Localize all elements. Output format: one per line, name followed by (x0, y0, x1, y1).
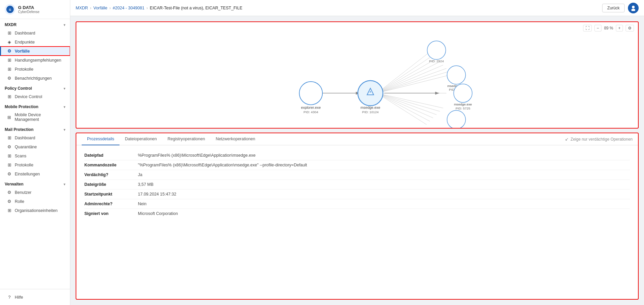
graph-panel: ⛶ − 89 % + ⚙ (76, 21, 639, 129)
node-pid2924[interactable]: PID: 2924 (427, 41, 446, 63)
graph-settings-button[interactable]: ⚙ (626, 25, 634, 31)
svg-text:G: G (9, 8, 11, 11)
mdm-icon: ⊞ (7, 115, 12, 120)
notifications-icon: ⚙ (7, 76, 12, 81)
app-name: G DATA (18, 5, 39, 10)
org-units-icon: ⊞ (7, 208, 12, 213)
scans-icon: ⊞ (7, 153, 12, 158)
tabs-filter: ↙ Zeige nur verdächtige Operationen (565, 137, 633, 142)
node-explorer[interactable]: explorer.exe PID: 4304 (299, 82, 322, 114)
detail-value-dateigroesse: 3,57 MB (138, 182, 154, 187)
endpoints-icon: ◈ (7, 40, 12, 45)
detail-row: Adminrechte? Nein (84, 199, 630, 209)
svg-text:explorer.exe: explorer.exe (301, 105, 321, 109)
chevron-down-icon: ▾ (64, 87, 65, 90)
chevron-down-icon: ▾ (64, 23, 65, 27)
user-avatar[interactable] (628, 3, 639, 13)
sidebar-item-benutzer[interactable]: ⚙ Benutzer (0, 188, 70, 197)
sidebar-section-verwalten-header[interactable]: Verwalten ▾ (0, 178, 70, 188)
users-icon: ⚙ (7, 190, 12, 195)
graph-zoom-out-button[interactable]: − (594, 25, 601, 31)
sidebar-item-hilfe[interactable]: ? Hilfe (0, 293, 70, 302)
node-msedge-5725[interactable]: msedge.exe PID: 5725 (454, 84, 472, 110)
sidebar-item-scans[interactable]: ⊞ Scans (0, 151, 70, 160)
node-msedge-main[interactable]: ▲ msedge.exe PID: 10124 (358, 81, 383, 114)
breadcrumb-vorfaelle[interactable]: Vorfälle (93, 6, 107, 10)
svg-text:PID: 2924: PID: 2924 (429, 59, 444, 63)
detail-panel: Prozessdetails Dateioperationen Registry… (76, 133, 639, 300)
sidebar-item-quarantaene[interactable]: ⚙ Quarantäne (0, 142, 70, 151)
sidebar-section-policy-header[interactable]: Policy Control ▾ (0, 83, 70, 92)
sidebar-section-mobile-label: Mobile Protection (5, 104, 38, 109)
mail-logs-icon: ⊞ (7, 162, 12, 167)
sidebar-section-mobile-header[interactable]: Mobile Protection ▾ (0, 101, 70, 110)
svg-point-32 (447, 66, 466, 84)
tabs-bar: Prozessdetails Dateioperationen Registry… (76, 133, 638, 145)
sidebar-item-mail-dashboard-label: Dashboard (15, 136, 35, 140)
topbar-right: Zurück (602, 3, 639, 13)
sidebar-item-rolle-label: Rolle (15, 199, 24, 204)
sidebar-item-hilfe-label: Hilfe (15, 295, 23, 300)
quarantine-icon: ⚙ (7, 144, 12, 149)
breadcrumb-incident-id[interactable]: #2024 - 3049081 (113, 6, 145, 10)
chevron-down-icon: ▾ (64, 182, 65, 186)
detail-value-kommandozeile: "%ProgramFiles% (x86)\Microsoft\Edge\App… (138, 163, 307, 167)
sidebar-item-mail-dashboard[interactable]: ⊞ Dashboard (0, 133, 70, 142)
tab-prozessdetails[interactable]: Prozessdetails (82, 133, 119, 145)
detail-row: Dateipfad %ProgramFiles% (x86)\Microsoft… (84, 151, 630, 160)
sidebar-item-endpunkte-label: Endpunkte (15, 40, 35, 45)
sidebar-item-protokolle[interactable]: ⊞ Protokolle (0, 65, 70, 74)
sidebar-section-policy-label: Policy Control (5, 86, 32, 91)
svg-point-35 (454, 84, 472, 102)
sidebar-section-mxdr-header[interactable]: MXDR ▾ (0, 19, 70, 28)
detail-label-dateigroesse: Dateigröße (84, 182, 138, 187)
sidebar-item-device-control[interactable]: ⊞ Device Control (0, 92, 70, 101)
sidebar-item-organisationseinheiten[interactable]: ⊞ Organisationseinheiten (0, 206, 70, 215)
sidebar-item-endpunkte[interactable]: ◈ Endpunkte (0, 37, 70, 47)
svg-line-4 (377, 52, 430, 93)
sidebar-item-einstellungen[interactable]: ⚙ Einstellungen (0, 169, 70, 178)
detail-label-adminrechte: Adminrechte? (84, 202, 138, 206)
sidebar-item-dashboard[interactable]: ⊞ Dashboard (0, 28, 70, 37)
tab-dateioperationen[interactable]: Dateioperationen (119, 133, 162, 145)
sidebar-section-mobile-protection: Mobile Protection ▾ ⊞ Mobile Device Mana… (0, 101, 70, 124)
svg-point-22 (299, 82, 322, 105)
sidebar-item-rolle[interactable]: ⚙ Rolle (0, 197, 70, 206)
help-icon: ? (7, 295, 12, 300)
sidebar-item-benachrichtigungen-label: Benachrichtigungen (15, 76, 52, 81)
sidebar-section-mail-header[interactable]: Mail Protection ▾ (0, 124, 70, 133)
svg-text:msedge.exe: msedge.exe (360, 105, 380, 109)
detail-value-dateipfad: %ProgramFiles% (x86)\Microsoft\Edge\Appl… (138, 153, 256, 158)
svg-line-13 (377, 93, 443, 108)
svg-line-14 (377, 93, 440, 111)
detail-label-startzeitpunkt: Startzeitpunkt (84, 192, 138, 197)
detail-label-kommandozeile: Kommandozeile (84, 163, 138, 167)
graph-fit-button[interactable]: ⛶ (583, 25, 592, 31)
sidebar-item-handlungsempfehlungen[interactable]: ⊞ Handlungsempfehlungen (0, 56, 70, 65)
sidebar-item-benachrichtigungen[interactable]: ⚙ Benachrichtigungen (0, 74, 70, 83)
svg-line-10 (377, 72, 448, 93)
svg-line-6 (377, 59, 436, 93)
detail-row: Dateigröße 3,57 MB (84, 180, 630, 189)
sidebar-item-mail-protokolle[interactable]: ⊞ Protokolle (0, 160, 70, 169)
graph-zoom-in-button[interactable]: + (616, 25, 623, 31)
breadcrumb-mxdr[interactable]: MXDR (76, 6, 88, 10)
back-button[interactable]: Zurück (602, 4, 625, 12)
content-area: ⛶ − 89 % + ⚙ (70, 16, 644, 305)
sidebar-item-device-control-label: Device Control (15, 94, 42, 99)
tab-registryoperationen[interactable]: Registryoperationen (162, 133, 211, 145)
detail-row: Signiert von Microsoft Corporation (84, 209, 630, 218)
sidebar-item-quarantaene-label: Quarantäne (15, 145, 37, 149)
sidebar-section-verwalten: Verwalten ▾ ⚙ Benutzer ⚙ Rolle ⊞ Organis… (0, 178, 70, 215)
sidebar-item-vorfaelle[interactable]: ⚙ Vorfälle (0, 47, 70, 56)
breadcrumb-sep-3: › (146, 6, 148, 10)
node-msedge-2328[interactable]: msedge.exe PID: 2328 (447, 110, 466, 128)
sidebar-section-mxdr: MXDR ▾ ⊞ Dashboard ◈ Endpunkte ⚙ Vorfäll… (0, 19, 70, 83)
detail-row: Kommandozeile "%ProgramFiles% (x86)\Micr… (84, 160, 630, 170)
sidebar-item-mobile-device-management[interactable]: ⊞ Mobile Device Management (0, 110, 70, 124)
tab-netzwerkoperationen[interactable]: Netzwerkoperationen (210, 133, 260, 145)
svg-line-5 (377, 55, 433, 93)
filter-label[interactable]: Zeige nur verdächtige Operationen (571, 137, 633, 142)
sidebar-item-dashboard-label: Dashboard (15, 31, 35, 35)
svg-text:PID: 4304: PID: 4304 (304, 110, 318, 114)
